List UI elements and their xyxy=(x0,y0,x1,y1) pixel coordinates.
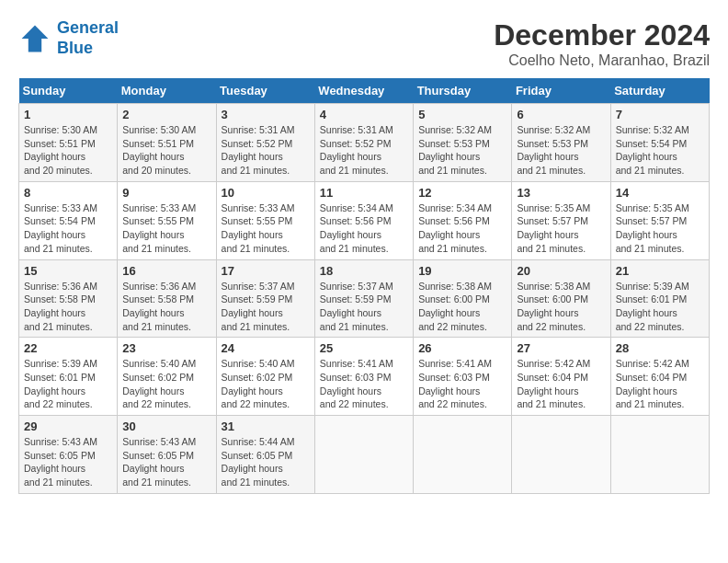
day-number: 12 xyxy=(418,186,506,200)
weekday-header-saturday: Saturday xyxy=(610,78,709,104)
day-detail: Sunrise: 5:31 AMSunset: 5:52 PMDaylight … xyxy=(320,123,408,178)
day-detail: Sunrise: 5:32 AMSunset: 5:53 PMDaylight … xyxy=(517,123,605,178)
logo-line1: General xyxy=(57,18,119,37)
calendar-cell: 29Sunrise: 5:43 AMSunset: 6:05 PMDayligh… xyxy=(19,416,118,494)
day-detail: Sunrise: 5:33 AMSunset: 5:54 PMDaylight … xyxy=(24,201,112,256)
month-title: December 2024 xyxy=(494,18,710,52)
day-detail: Sunrise: 5:42 AMSunset: 6:04 PMDaylight … xyxy=(616,357,704,411)
day-number: 17 xyxy=(222,264,310,278)
calendar-cell: 28Sunrise: 5:42 AMSunset: 6:04 PMDayligh… xyxy=(610,338,709,416)
calendar-cell xyxy=(610,416,709,494)
calendar-cell: 20Sunrise: 5:38 AMSunset: 6:00 PMDayligh… xyxy=(512,259,610,338)
day-detail: Sunrise: 5:42 AMSunset: 6:04 PMDaylight … xyxy=(517,357,605,411)
calendar-cell: 24Sunrise: 5:40 AMSunset: 6:02 PMDayligh… xyxy=(216,338,314,416)
calendar-cell: 12Sunrise: 5:34 AMSunset: 5:56 PMDayligh… xyxy=(414,181,512,259)
day-detail: Sunrise: 5:43 AMSunset: 6:05 PMDaylight … xyxy=(122,435,210,489)
calendar-cell: 9Sunrise: 5:33 AMSunset: 5:55 PMDaylight… xyxy=(118,181,216,259)
calendar-cell: 13Sunrise: 5:35 AMSunset: 5:57 PMDayligh… xyxy=(512,181,610,259)
day-number: 10 xyxy=(222,186,310,200)
day-detail: Sunrise: 5:44 AMSunset: 6:05 PMDaylight … xyxy=(222,435,310,489)
day-detail: Sunrise: 5:38 AMSunset: 6:00 PMDaylight … xyxy=(418,280,506,334)
weekday-header-sunday: Sunday xyxy=(19,78,118,104)
day-detail: Sunrise: 5:43 AMSunset: 6:05 PMDaylight … xyxy=(24,435,112,489)
calendar-cell xyxy=(414,416,512,494)
day-number: 18 xyxy=(320,264,408,278)
calendar-cell: 27Sunrise: 5:42 AMSunset: 6:04 PMDayligh… xyxy=(512,338,610,416)
day-number: 1 xyxy=(24,108,112,121)
day-detail: Sunrise: 5:30 AMSunset: 5:51 PMDaylight … xyxy=(122,123,210,178)
svg-marker-0 xyxy=(22,25,49,52)
calendar-cell: 25Sunrise: 5:41 AMSunset: 6:03 PMDayligh… xyxy=(314,338,413,416)
day-number: 15 xyxy=(24,264,112,278)
weekday-header-thursday: Thursday xyxy=(414,78,512,104)
day-number: 27 xyxy=(517,341,605,355)
day-number: 4 xyxy=(320,108,408,121)
day-detail: Sunrise: 5:39 AMSunset: 6:01 PMDaylight … xyxy=(24,357,112,411)
calendar-cell: 15Sunrise: 5:36 AMSunset: 5:58 PMDayligh… xyxy=(19,259,118,338)
logo: General Blue xyxy=(18,18,119,58)
day-detail: Sunrise: 5:35 AMSunset: 5:57 PMDaylight … xyxy=(616,201,704,256)
day-detail: Sunrise: 5:33 AMSunset: 5:55 PMDaylight … xyxy=(222,201,310,256)
weekday-header-tuesday: Tuesday xyxy=(216,78,314,104)
day-number: 28 xyxy=(616,341,704,355)
calendar-cell: 22Sunrise: 5:39 AMSunset: 6:01 PMDayligh… xyxy=(19,338,118,416)
calendar-cell: 16Sunrise: 5:36 AMSunset: 5:58 PMDayligh… xyxy=(118,259,216,338)
day-detail: Sunrise: 5:34 AMSunset: 5:56 PMDaylight … xyxy=(320,201,408,256)
calendar-cell: 26Sunrise: 5:41 AMSunset: 6:03 PMDayligh… xyxy=(414,338,512,416)
day-detail: Sunrise: 5:40 AMSunset: 6:02 PMDaylight … xyxy=(222,357,310,411)
day-number: 5 xyxy=(418,108,506,121)
calendar-cell: 8Sunrise: 5:33 AMSunset: 5:54 PMDaylight… xyxy=(19,181,118,259)
weekday-header-friday: Friday xyxy=(512,78,610,104)
day-detail: Sunrise: 5:33 AMSunset: 5:55 PMDaylight … xyxy=(122,201,210,256)
day-number: 29 xyxy=(24,419,112,433)
calendar-cell: 11Sunrise: 5:34 AMSunset: 5:56 PMDayligh… xyxy=(314,181,413,259)
day-detail: Sunrise: 5:37 AMSunset: 5:59 PMDaylight … xyxy=(320,280,408,334)
day-number: 9 xyxy=(122,186,210,200)
day-number: 30 xyxy=(122,419,210,433)
logo-line2: Blue xyxy=(57,39,93,57)
calendar-week-5: 29Sunrise: 5:43 AMSunset: 6:05 PMDayligh… xyxy=(19,416,710,494)
day-number: 14 xyxy=(616,186,704,200)
page-header: General Blue December 2024 Coelho Neto, … xyxy=(18,18,710,69)
logo-icon xyxy=(18,22,51,55)
day-detail: Sunrise: 5:36 AMSunset: 5:58 PMDaylight … xyxy=(24,280,112,334)
calendar-cell: 2Sunrise: 5:30 AMSunset: 5:51 PMDaylight… xyxy=(118,104,216,182)
calendar-cell: 10Sunrise: 5:33 AMSunset: 5:55 PMDayligh… xyxy=(216,181,314,259)
calendar-cell: 18Sunrise: 5:37 AMSunset: 5:59 PMDayligh… xyxy=(314,259,413,338)
day-number: 22 xyxy=(24,341,112,355)
calendar-cell: 5Sunrise: 5:32 AMSunset: 5:53 PMDaylight… xyxy=(414,104,512,182)
calendar-week-4: 22Sunrise: 5:39 AMSunset: 6:01 PMDayligh… xyxy=(19,338,710,416)
day-detail: Sunrise: 5:30 AMSunset: 5:51 PMDaylight … xyxy=(24,123,112,178)
day-number: 23 xyxy=(122,341,210,355)
day-number: 19 xyxy=(418,264,506,278)
calendar-cell: 21Sunrise: 5:39 AMSunset: 6:01 PMDayligh… xyxy=(610,259,709,338)
weekday-header-wednesday: Wednesday xyxy=(314,78,413,104)
location-subtitle: Coelho Neto, Maranhao, Brazil xyxy=(494,52,710,69)
day-number: 13 xyxy=(517,186,605,200)
weekday-header-row: SundayMondayTuesdayWednesdayThursdayFrid… xyxy=(19,78,710,104)
calendar-cell: 31Sunrise: 5:44 AMSunset: 6:05 PMDayligh… xyxy=(216,416,314,494)
calendar-week-2: 8Sunrise: 5:33 AMSunset: 5:54 PMDaylight… xyxy=(19,181,710,259)
day-detail: Sunrise: 5:31 AMSunset: 5:52 PMDaylight … xyxy=(222,123,310,178)
calendar-cell: 3Sunrise: 5:31 AMSunset: 5:52 PMDaylight… xyxy=(216,104,314,182)
day-detail: Sunrise: 5:41 AMSunset: 6:03 PMDaylight … xyxy=(418,357,506,411)
day-detail: Sunrise: 5:35 AMSunset: 5:57 PMDaylight … xyxy=(517,201,605,256)
day-number: 6 xyxy=(517,108,605,121)
day-detail: Sunrise: 5:37 AMSunset: 5:59 PMDaylight … xyxy=(222,280,310,334)
day-number: 8 xyxy=(24,186,112,200)
day-detail: Sunrise: 5:32 AMSunset: 5:54 PMDaylight … xyxy=(616,123,704,178)
calendar-week-3: 15Sunrise: 5:36 AMSunset: 5:58 PMDayligh… xyxy=(19,259,710,338)
calendar-cell: 14Sunrise: 5:35 AMSunset: 5:57 PMDayligh… xyxy=(610,181,709,259)
day-detail: Sunrise: 5:40 AMSunset: 6:02 PMDaylight … xyxy=(122,357,210,411)
calendar-week-1: 1Sunrise: 5:30 AMSunset: 5:51 PMDaylight… xyxy=(19,104,710,182)
day-number: 24 xyxy=(222,341,310,355)
day-detail: Sunrise: 5:41 AMSunset: 6:03 PMDaylight … xyxy=(320,357,408,411)
day-number: 3 xyxy=(222,108,310,121)
weekday-header-monday: Monday xyxy=(118,78,216,104)
day-number: 16 xyxy=(122,264,210,278)
calendar-cell: 30Sunrise: 5:43 AMSunset: 6:05 PMDayligh… xyxy=(118,416,216,494)
day-detail: Sunrise: 5:36 AMSunset: 5:58 PMDaylight … xyxy=(122,280,210,334)
day-number: 11 xyxy=(320,186,408,200)
day-detail: Sunrise: 5:34 AMSunset: 5:56 PMDaylight … xyxy=(418,201,506,256)
day-number: 21 xyxy=(616,264,704,278)
